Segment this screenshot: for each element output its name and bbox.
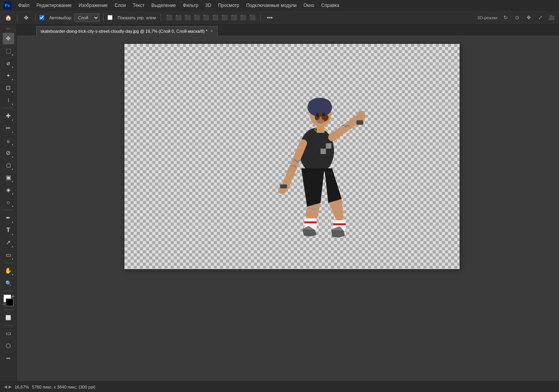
3d-rotate[interactable]: ↻ [501, 13, 510, 22]
document-tab[interactable]: skateboarder-doing-trick-city-s-street-c… [36, 26, 218, 35]
svg-rect-23 [280, 184, 287, 188]
app-logo: Ps [3, 1, 12, 10]
show-controls-label: Показать упр. элем. [118, 15, 157, 20]
lasso-tool[interactable]: ⌀▼ [3, 57, 14, 69]
align-more1[interactable]: ⬛ [220, 13, 229, 22]
type-tool[interactable]: T▼ [3, 224, 14, 236]
svg-point-11 [317, 119, 324, 124]
menu-bar: Ps Файл Редактирование Изображение Слои … [0, 0, 559, 11]
quick-select-tool[interactable]: ✦▼ [3, 70, 14, 81]
3d-reset[interactable]: ⊙ [513, 13, 521, 22]
eraser-tool[interactable]: ◻▼ [3, 159, 14, 171]
background-color[interactable] [6, 298, 13, 306]
svg-rect-18 [356, 120, 363, 125]
menu-3d[interactable]: 3D [203, 2, 214, 9]
svg-rect-20 [304, 221, 317, 223]
eyedropper-tool[interactable]: ⌇▼ [3, 94, 14, 106]
screen-mode-tool[interactable]: ▭ [3, 328, 14, 339]
more-options-btn[interactable]: ••• [265, 13, 275, 23]
3d-scale[interactable]: ⤢ [536, 13, 544, 22]
show-controls-checkbox[interactable] [107, 15, 112, 20]
menu-window[interactable]: Окно [301, 2, 317, 9]
reset-colors-icon[interactable]: ↺ [3, 303, 5, 306]
align-bottom-edges[interactable]: ⬛ [211, 13, 220, 22]
healing-tool[interactable]: ✚▼ [3, 110, 14, 122]
3d-camera[interactable]: 🎥 [547, 13, 556, 22]
hand-tool[interactable]: ✋▼ [3, 265, 14, 276]
skater-svg [261, 76, 365, 238]
path-select-tool[interactable]: ↗▼ [3, 237, 14, 248]
history-tool[interactable]: ⊘▼ [3, 147, 14, 159]
align-left-edges[interactable]: ⬛ [165, 13, 173, 22]
autoselect-dropdown[interactable]: Слой Группа [74, 13, 99, 22]
menu-plugins[interactable]: Подключаемые модули [243, 2, 299, 9]
menu-view[interactable]: Просмотр [215, 2, 242, 9]
autoselect-label: Автовыбор: [49, 15, 72, 20]
svg-rect-3 [326, 149, 331, 154]
swap-colors-icon[interactable]: ⇄ [12, 295, 14, 298]
marquee-tool[interactable]: ⬚▼ [3, 45, 14, 57]
align-center-vert[interactable]: ⬛ [202, 13, 210, 22]
clone-tool[interactable]: ⎒▼ [3, 135, 14, 146]
blur-tool[interactable]: ◈▼ [3, 184, 14, 196]
gradient-tool[interactable]: ▣▼ [3, 172, 14, 183]
dodge-tool[interactable]: ○▼ [3, 196, 14, 208]
more-tools[interactable]: ••• [3, 352, 14, 364]
menu-filter[interactable]: Фильтр [180, 2, 201, 9]
canvas-area: skateboarder-doing-trick-city-s-street-c… [17, 25, 559, 381]
align-center-horiz[interactable]: ⬛ [174, 13, 183, 22]
dimensions-info: 5760 пикс. x 3840 пикс. (300 ppi) [32, 385, 95, 389]
autoselect-checkbox[interactable] [39, 15, 44, 20]
align-top-edges[interactable]: ⬛ [193, 13, 201, 22]
align-right-edges[interactable]: ⬛ [183, 13, 192, 22]
move-tool[interactable]: ✥ [3, 33, 14, 44]
pen-tool[interactable]: ✒▼ [3, 212, 14, 224]
svg-line-16 [332, 117, 360, 137]
menu-select[interactable]: Выделение [149, 2, 179, 9]
quick-mask-tool[interactable]: ⬜ [3, 312, 14, 323]
menu-image[interactable]: Изображение [76, 2, 111, 9]
main-area: «» ✥ ⬚▼ ⌀▼ ✦▼ ⊡▼ ⌇▼ ✚▼ ✏▼ ⎒▼ ⊘▼ [0, 25, 559, 381]
tab-close-button[interactable]: × [210, 28, 214, 34]
svg-point-6 [308, 98, 331, 112]
move-tool-icon[interactable]: ✥ [21, 13, 31, 23]
next-arrow-icon[interactable]: ▶ [8, 384, 12, 389]
svg-point-9 [322, 112, 325, 116]
zoom-tool[interactable]: 🔍 [3, 277, 14, 289]
align-group: ⬛ ⬛ ⬛ ⬛ ⬛ ⬛ ⬛ ⬛ ⬛ ⬛ [165, 13, 257, 22]
status-bar: ◀ ▶ 16,67% 5760 пикс. x 3840 пикс. (300 … [0, 381, 559, 392]
align-more3[interactable]: ⬛ [239, 13, 247, 22]
3d-section: 3D-режим: ↻ ⊙ ✥ ⤢ 🎥 [477, 13, 556, 22]
tab-title: skateboarder-doing-trick-city-s-street-c… [40, 29, 208, 34]
svg-rect-2 [321, 143, 326, 149]
3d-move[interactable]: ✥ [524, 13, 533, 22]
3d-label: 3D-режим: [477, 15, 498, 20]
menu-edit[interactable]: Редактирование [34, 2, 74, 9]
prev-arrow-icon[interactable]: ◀ [4, 384, 7, 389]
menu-file[interactable]: Файл [15, 2, 32, 9]
menu-layers[interactable]: Слои [112, 2, 129, 9]
align-more4[interactable]: ⬛ [248, 13, 257, 22]
shape-tool[interactable]: ▭▼ [3, 249, 14, 261]
artboard-tool[interactable]: ⬡ [3, 340, 14, 352]
skater-image [261, 76, 365, 238]
tools-panel: «» ✥ ⬚▼ ⌀▼ ✦▼ ⊡▼ ⌇▼ ✚▼ ✏▼ ⎒▼ ⊘▼ [0, 25, 17, 381]
canvas-container [29, 44, 555, 381]
brush-tool[interactable]: ✏▼ [3, 122, 14, 134]
color-swatches[interactable]: ↺ ⇄ [3, 295, 14, 306]
options-bar: 🏠 ✥ Автовыбор: Слой Группа Показать упр.… [0, 11, 559, 25]
crop-tool[interactable]: ⊡▼ [3, 82, 14, 94]
svg-point-8 [316, 113, 319, 117]
align-more2[interactable]: ⬛ [230, 13, 238, 22]
menu-text[interactable]: Текст [130, 2, 147, 9]
tab-bar: skateboarder-doing-trick-city-s-street-c… [17, 25, 559, 35]
status-arrows: ◀ ▶ [4, 384, 12, 389]
panel-collapse-icon[interactable]: «» [7, 27, 10, 30]
menu-help[interactable]: Справка [319, 2, 342, 9]
document-canvas [124, 44, 460, 269]
home-button[interactable]: 🏠 [3, 13, 13, 23]
zoom-level: 16,67% [15, 385, 29, 389]
svg-rect-22 [333, 223, 346, 225]
